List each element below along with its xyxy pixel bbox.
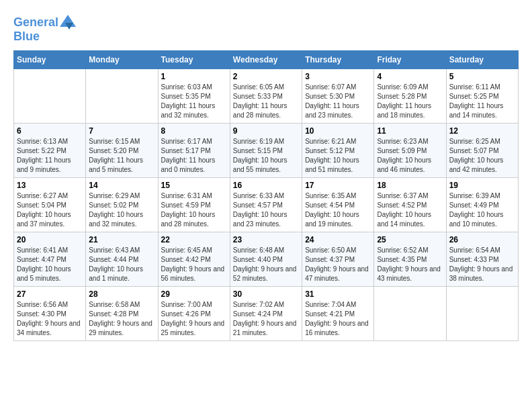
calendar-cell: 25Sunrise: 6:52 AMSunset: 4:35 PMDayligh… <box>374 232 446 287</box>
calendar-cell: 6Sunrise: 6:13 AMSunset: 5:22 PMDaylight… <box>14 124 86 178</box>
weekday-header-friday: Friday <box>374 51 446 69</box>
day-info: Sunrise: 6:21 AMSunset: 5:12 PMDaylight:… <box>305 137 371 175</box>
day-info: Sunrise: 6:09 AMSunset: 5:28 PMDaylight:… <box>377 83 443 120</box>
day-number: 31 <box>305 289 371 299</box>
calendar-cell <box>14 69 86 124</box>
day-info: Sunrise: 6:07 AMSunset: 5:30 PMDaylight:… <box>305 83 371 120</box>
weekday-header-sunday: Sunday <box>14 51 86 69</box>
day-number: 21 <box>89 235 154 244</box>
calendar-cell: 30Sunrise: 7:02 AMSunset: 4:24 PMDayligh… <box>230 287 302 341</box>
calendar-cell: 10Sunrise: 6:21 AMSunset: 5:12 PMDayligh… <box>302 124 374 178</box>
calendar-cell: 17Sunrise: 6:35 AMSunset: 4:54 PMDayligh… <box>302 178 374 232</box>
day-info: Sunrise: 6:52 AMSunset: 4:35 PMDaylight:… <box>377 246 443 283</box>
logo-text: General <box>13 16 58 30</box>
calendar-cell: 14Sunrise: 6:29 AMSunset: 5:02 PMDayligh… <box>86 178 158 232</box>
day-info: Sunrise: 6:23 AMSunset: 5:09 PMDaylight:… <box>377 137 443 175</box>
day-info: Sunrise: 6:03 AMSunset: 5:35 PMDaylight:… <box>161 83 227 120</box>
day-info: Sunrise: 6:29 AMSunset: 5:02 PMDaylight:… <box>89 191 154 229</box>
day-number: 2 <box>233 72 299 81</box>
day-info: Sunrise: 6:19 AMSunset: 5:15 PMDaylight:… <box>233 137 299 175</box>
calendar-week-row: 27Sunrise: 6:56 AMSunset: 4:30 PMDayligh… <box>14 287 519 341</box>
calendar-cell: 23Sunrise: 6:48 AMSunset: 4:40 PMDayligh… <box>230 232 302 287</box>
calendar-cell: 15Sunrise: 6:31 AMSunset: 4:59 PMDayligh… <box>158 178 230 232</box>
day-number: 5 <box>449 72 515 81</box>
logo: General Blue <box>13 13 77 44</box>
day-number: 13 <box>17 181 83 190</box>
day-info: Sunrise: 6:48 AMSunset: 4:40 PMDaylight:… <box>233 246 299 283</box>
day-info: Sunrise: 7:02 AMSunset: 4:24 PMDaylight:… <box>233 300 299 338</box>
weekday-header-saturday: Saturday <box>446 51 518 69</box>
day-number: 24 <box>305 235 371 244</box>
calendar-cell: 16Sunrise: 6:33 AMSunset: 4:57 PMDayligh… <box>230 178 302 232</box>
weekday-header-monday: Monday <box>86 51 158 69</box>
calendar-cell: 27Sunrise: 6:56 AMSunset: 4:30 PMDayligh… <box>14 287 86 341</box>
day-info: Sunrise: 6:15 AMSunset: 5:20 PMDaylight:… <box>89 137 154 175</box>
day-info: Sunrise: 6:43 AMSunset: 4:44 PMDaylight:… <box>89 246 154 283</box>
day-number: 10 <box>305 126 371 136</box>
calendar-cell: 4Sunrise: 6:09 AMSunset: 5:28 PMDaylight… <box>374 69 446 124</box>
calendar-cell: 9Sunrise: 6:19 AMSunset: 5:15 PMDaylight… <box>230 124 302 178</box>
weekday-header-thursday: Thursday <box>302 51 374 69</box>
calendar-cell: 3Sunrise: 6:07 AMSunset: 5:30 PMDaylight… <box>302 69 374 124</box>
day-number: 4 <box>377 72 443 81</box>
day-info: Sunrise: 6:31 AMSunset: 4:59 PMDaylight:… <box>161 191 227 229</box>
day-info: Sunrise: 6:56 AMSunset: 4:30 PMDaylight:… <box>17 300 83 338</box>
calendar-cell: 2Sunrise: 6:05 AMSunset: 5:33 PMDaylight… <box>230 69 302 124</box>
calendar-cell: 20Sunrise: 6:41 AMSunset: 4:47 PMDayligh… <box>14 232 86 287</box>
day-number: 3 <box>305 72 371 81</box>
day-number: 8 <box>161 126 227 136</box>
calendar-cell: 26Sunrise: 6:54 AMSunset: 4:33 PMDayligh… <box>446 232 518 287</box>
calendar-week-row: 1Sunrise: 6:03 AMSunset: 5:35 PMDaylight… <box>14 69 519 124</box>
calendar-cell <box>446 287 518 341</box>
calendar-cell: 18Sunrise: 6:37 AMSunset: 4:52 PMDayligh… <box>374 178 446 232</box>
day-info: Sunrise: 6:25 AMSunset: 5:07 PMDaylight:… <box>449 137 515 175</box>
day-info: Sunrise: 7:00 AMSunset: 4:26 PMDaylight:… <box>161 300 227 338</box>
day-info: Sunrise: 7:04 AMSunset: 4:21 PMDaylight:… <box>305 300 371 338</box>
calendar-header-row: SundayMondayTuesdayWednesdayThursdayFrid… <box>14 51 519 69</box>
calendar-cell: 12Sunrise: 6:25 AMSunset: 5:07 PMDayligh… <box>446 124 518 178</box>
logo-icon <box>58 13 77 32</box>
calendar-week-row: 13Sunrise: 6:27 AMSunset: 5:04 PMDayligh… <box>14 178 519 232</box>
day-number: 22 <box>161 235 227 244</box>
calendar-cell: 21Sunrise: 6:43 AMSunset: 4:44 PMDayligh… <box>86 232 158 287</box>
day-number: 20 <box>17 235 83 244</box>
calendar-cell: 11Sunrise: 6:23 AMSunset: 5:09 PMDayligh… <box>374 124 446 178</box>
day-number: 15 <box>161 181 227 190</box>
day-number: 19 <box>449 181 515 190</box>
day-info: Sunrise: 6:27 AMSunset: 5:04 PMDaylight:… <box>17 191 83 229</box>
calendar-cell: 8Sunrise: 6:17 AMSunset: 5:17 PMDaylight… <box>158 124 230 178</box>
day-info: Sunrise: 6:41 AMSunset: 4:47 PMDaylight:… <box>17 246 83 283</box>
day-number: 16 <box>233 181 299 190</box>
day-number: 7 <box>89 126 154 136</box>
day-info: Sunrise: 6:54 AMSunset: 4:33 PMDaylight:… <box>449 246 515 283</box>
day-number: 26 <box>449 235 515 244</box>
calendar-cell: 31Sunrise: 7:04 AMSunset: 4:21 PMDayligh… <box>302 287 374 341</box>
calendar-cell: 19Sunrise: 6:39 AMSunset: 4:49 PMDayligh… <box>446 178 518 232</box>
day-info: Sunrise: 6:45 AMSunset: 4:42 PMDaylight:… <box>161 246 227 283</box>
calendar-cell: 22Sunrise: 6:45 AMSunset: 4:42 PMDayligh… <box>158 232 230 287</box>
calendar-cell: 1Sunrise: 6:03 AMSunset: 5:35 PMDaylight… <box>158 69 230 124</box>
calendar-cell: 29Sunrise: 7:00 AMSunset: 4:26 PMDayligh… <box>158 287 230 341</box>
day-info: Sunrise: 6:39 AMSunset: 4:49 PMDaylight:… <box>449 191 515 229</box>
day-info: Sunrise: 6:58 AMSunset: 4:28 PMDaylight:… <box>89 300 154 338</box>
weekday-header-wednesday: Wednesday <box>230 51 302 69</box>
weekday-header-tuesday: Tuesday <box>158 51 230 69</box>
calendar-week-row: 6Sunrise: 6:13 AMSunset: 5:22 PMDaylight… <box>14 124 519 178</box>
day-info: Sunrise: 6:50 AMSunset: 4:37 PMDaylight:… <box>305 246 371 283</box>
day-info: Sunrise: 6:13 AMSunset: 5:22 PMDaylight:… <box>17 137 83 175</box>
day-number: 29 <box>161 289 227 299</box>
page-header: General Blue <box>13 13 519 44</box>
day-number: 12 <box>449 126 515 136</box>
calendar-cell <box>86 69 158 124</box>
day-number: 25 <box>377 235 443 244</box>
day-number: 11 <box>377 126 443 136</box>
day-number: 6 <box>17 126 83 136</box>
day-number: 17 <box>305 181 371 190</box>
calendar-cell <box>374 287 446 341</box>
day-number: 27 <box>17 289 83 299</box>
day-number: 23 <box>233 235 299 244</box>
day-number: 28 <box>89 289 154 299</box>
calendar-cell: 5Sunrise: 6:11 AMSunset: 5:25 PMDaylight… <box>446 69 518 124</box>
day-info: Sunrise: 6:05 AMSunset: 5:33 PMDaylight:… <box>233 83 299 120</box>
day-number: 9 <box>233 126 299 136</box>
